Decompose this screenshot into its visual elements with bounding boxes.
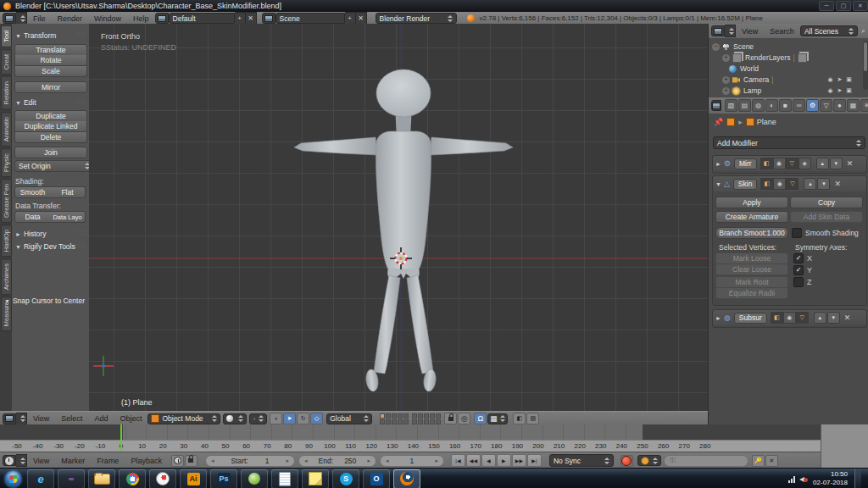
equalize-radii-button[interactable]: Equalize Radii	[715, 287, 788, 299]
move-modifier-down-button[interactable]: ▼	[830, 158, 843, 169]
panel-drag-dots[interactable]: ::::	[75, 31, 86, 37]
collapse-icon[interactable]: −	[712, 43, 720, 51]
screen-layout-add-button[interactable]: +	[235, 12, 246, 25]
join-button[interactable]: Join	[14, 147, 87, 158]
scale-button[interactable]: Scale	[14, 66, 87, 77]
symmetry-x-option[interactable]: X	[793, 253, 812, 263]
tool-shelf-tab-archimes[interactable]: Archimes	[1, 258, 12, 295]
visual-studio-icon[interactable]: ∞	[58, 469, 85, 488]
tab-render[interactable]: ▧	[725, 99, 737, 112]
expand-arrow-icon[interactable]: ►	[715, 315, 721, 321]
layer-toggle[interactable]	[418, 413, 423, 419]
panel-drag-dots[interactable]: ::::	[75, 242, 86, 248]
expand-icon[interactable]: +	[722, 54, 730, 62]
mark-root-button[interactable]: Mark Root	[715, 276, 788, 288]
opengl-render-image-button[interactable]: ◧	[513, 413, 526, 424]
delete-modifier-button[interactable]: ✕	[847, 159, 854, 168]
editor-type-arrows[interactable]	[16, 413, 27, 425]
tool-shelf-tab-relation[interactable]: Relation	[1, 76, 12, 110]
delete-button[interactable]: Delete	[14, 132, 87, 143]
add-skin-data-button[interactable]: Add Skin Data	[790, 211, 863, 223]
layer-toggle[interactable]	[412, 413, 417, 419]
move-modifier-up-button[interactable]: ▲	[816, 158, 829, 169]
screen-layout-delete-button[interactable]: ✕	[246, 12, 257, 25]
menu-file[interactable]: File	[27, 14, 52, 23]
window-close-button[interactable]: ✕	[853, 1, 868, 11]
scene-delete-button[interactable]: ✕	[356, 12, 367, 25]
tool-shelf-tab-grease-pen[interactable]: Grease Pen	[1, 179, 12, 223]
layer-toggle[interactable]	[392, 413, 397, 419]
render-visibility-toggle[interactable]: ◧	[760, 178, 773, 190]
branch-smoothing-slider[interactable]: Branch Smoot:1.000	[715, 227, 788, 239]
show-desktop-button[interactable]	[854, 469, 861, 488]
layer-toggle[interactable]	[386, 419, 391, 424]
sync-mode-select[interactable]: No Sync	[549, 454, 614, 467]
layer-toggle[interactable]	[380, 419, 385, 424]
panel-drag-dots[interactable]: ::::	[75, 230, 86, 236]
add-modifier-select[interactable]: Add Modifier	[713, 136, 865, 149]
tab-object[interactable]: ■	[779, 99, 792, 112]
manipulator-translate-button[interactable]: ➤	[283, 413, 296, 424]
manipulator-rotate-button[interactable]: ↻	[297, 413, 309, 424]
prev-keyframe-button[interactable]: ◀◀	[466, 454, 481, 467]
menu-select[interactable]: Select	[55, 414, 88, 423]
viewport-visibility-toggle[interactable]: ◉	[783, 312, 796, 324]
photoshop-icon[interactable]: Ps	[210, 469, 237, 488]
move-modifier-down-button[interactable]: ▼	[827, 312, 840, 324]
viewport-3d[interactable]: Front Ortho SStatus: UNDEFINED (1) Plane	[89, 24, 708, 411]
active-keying-set-field[interactable]: ⚿	[664, 455, 748, 467]
lock-to-scene-button[interactable]	[444, 413, 457, 424]
layer-toggle[interactable]	[436, 413, 441, 419]
delete-modifier-button[interactable]: ✕	[834, 180, 841, 188]
symmetry-y-option[interactable]: Y	[793, 265, 812, 275]
symmetry-z-checkbox[interactable]	[793, 277, 804, 287]
outliner-display-select[interactable]: All Scenes	[800, 25, 858, 36]
tab-texture[interactable]: ▦	[847, 99, 860, 112]
tab-render-layers[interactable]: ▤	[738, 99, 751, 112]
restrict-render-icon[interactable]: ▣	[844, 76, 854, 83]
orientation-select[interactable]: Global	[326, 413, 372, 424]
layer-toggle[interactable]	[424, 419, 429, 424]
tab-constraints[interactable]: ∞	[793, 99, 805, 112]
opengl-render-anim-button[interactable]: ▨	[526, 413, 539, 424]
editor-type-3d-button[interactable]	[3, 413, 16, 424]
file-explorer-icon[interactable]	[88, 469, 115, 488]
snap-element-select[interactable]: ▦	[487, 413, 508, 424]
move-modifier-down-button[interactable]: ▼	[817, 178, 830, 190]
layer-toggle[interactable]	[398, 419, 403, 424]
viewport-visibility-toggle[interactable]: ◉	[773, 158, 786, 169]
tool-shelf-tab-animatio[interactable]: Animatio	[1, 112, 12, 147]
illustrator-icon[interactable]: Ai	[180, 469, 207, 488]
skype-icon[interactable]: S	[332, 469, 359, 488]
layer-toggle[interactable]	[430, 419, 435, 424]
outliner-row-world[interactable]: World	[729, 64, 759, 74]
taskbar-clock[interactable]: 10:50 02-07-2018	[813, 470, 848, 487]
menu-playback[interactable]: Playback	[125, 457, 168, 465]
chrome-icon[interactable]	[119, 469, 146, 488]
viewport-shading-select[interactable]	[223, 413, 247, 424]
restrict-select-icon[interactable]: ➤	[835, 87, 844, 94]
menu-outliner-view[interactable]: View	[736, 27, 764, 36]
window-maximize-button[interactable]: ▢	[836, 1, 851, 11]
menu-frame[interactable]: Frame	[91, 457, 125, 465]
restrict-view-icon[interactable]: ◉	[826, 87, 835, 94]
editor-type-outliner-button[interactable]	[711, 25, 725, 36]
layer-toggle[interactable]	[380, 413, 385, 419]
layer-toggle[interactable]	[424, 413, 429, 419]
create-armature-button[interactable]: Create Armature	[715, 211, 788, 223]
mirror-button[interactable]: Mirror	[14, 81, 87, 93]
translate-button[interactable]: Translate	[14, 44, 87, 56]
pivot-point-select[interactable]: ◦	[249, 413, 267, 424]
tool-shelf-tab-tool[interactable]: Tool	[1, 25, 12, 47]
layer-toggle[interactable]	[403, 419, 409, 424]
menu-add[interactable]: Add	[88, 414, 114, 423]
outliner-row-scene[interactable]: − Scene	[712, 42, 754, 52]
expand-arrow-icon[interactable]: ►	[715, 161, 721, 167]
scene-field[interactable]: Scene	[275, 13, 345, 24]
screen-layout-browse-button[interactable]	[155, 13, 169, 24]
set-origin-select[interactable]: Set Origin	[14, 160, 94, 172]
panel-rigify-header[interactable]: ▼Rigify Dev Tools	[15, 242, 75, 251]
restrict-view-icon[interactable]: ◉	[826, 76, 835, 83]
tab-world[interactable]: ◐	[765, 99, 778, 112]
outlook-icon[interactable]: O	[363, 469, 390, 488]
